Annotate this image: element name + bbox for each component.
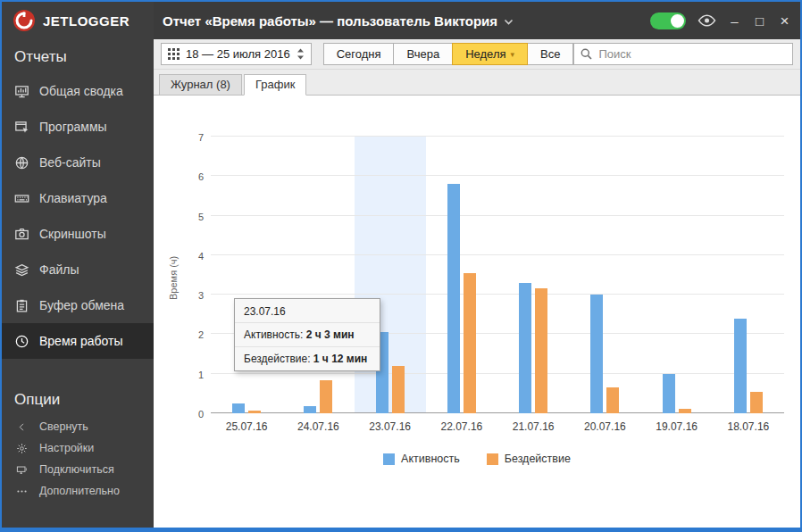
websites-icon <box>14 155 30 170</box>
bar-Бездействие-24.07.16[interactable] <box>320 380 332 413</box>
legend-label: Бездействие <box>505 453 571 465</box>
sidebar-item-files[interactable]: Файлы <box>2 252 154 287</box>
sidebar: JETLOGGER ОтчетыОбщая сводкаПрограммыВеб… <box>2 2 154 528</box>
bar-Активность-24.07.16[interactable] <box>304 406 316 413</box>
bar-Активность-21.07.16[interactable] <box>519 283 531 413</box>
chart-legend: АктивностьБездействие <box>154 453 800 465</box>
y-tick-label: 5 <box>180 212 204 222</box>
sidebar-item-screenshots[interactable]: Скриншоты <box>2 216 154 252</box>
filter-button-label: Сегодня <box>337 47 381 61</box>
y-tick-label: 3 <box>180 290 204 301</box>
sidebar-item-label: Скриншоты <box>39 227 106 241</box>
bar-Бездействие-20.07.16[interactable] <box>606 387 619 413</box>
legend-swatch <box>383 453 395 465</box>
updown-arrows-icon <box>297 48 305 60</box>
legend-item: Активность <box>383 453 460 465</box>
sidebar-item-label: Веб-сайты <box>39 155 101 170</box>
filter-button-label: Вчера <box>406 47 439 61</box>
sidebar-item-connect[interactable]: Подключиться <box>2 459 154 480</box>
y-tick-label: 4 <box>180 251 204 262</box>
main-area: Отчет «Время работы» — пользователь Викт… <box>154 2 800 528</box>
filter-button-all[interactable]: Все <box>527 43 573 65</box>
bar-group-20.07.16 <box>569 137 640 413</box>
filter-button-label: Неделя <box>465 47 505 61</box>
bar-Активность-19.07.16[interactable] <box>663 374 675 413</box>
bar-Бездействие-22.07.16[interactable] <box>464 273 476 413</box>
bar-Бездействие-23.07.16[interactable] <box>392 366 405 413</box>
sidebar-item-label: Буфер обмена <box>39 298 124 312</box>
sidebar-item-keyboard[interactable]: Клавиатура <box>2 180 154 216</box>
sidebar-nav: ОтчетыОбщая сводкаПрограммыВеб-сайтыКлав… <box>2 39 154 502</box>
search-icon <box>581 48 592 60</box>
sidebar-item-label: Программы <box>39 120 107 134</box>
bar-Активность-18.07.16[interactable] <box>734 319 747 413</box>
y-tick-label: 2 <box>180 329 204 340</box>
settings-icon <box>16 443 32 454</box>
x-axis-label: 19.07.16 <box>641 420 713 433</box>
date-range-picker[interactable]: 18 — 25 июля 2016 <box>161 43 312 65</box>
tabs: Журнал (8)График <box>154 70 800 95</box>
connect-icon <box>16 464 32 476</box>
sidebar-item-settings[interactable]: Настройки <box>2 437 154 459</box>
tooltip-date: 23.07.16 <box>235 299 380 323</box>
sidebar-section-label: Отчеты <box>2 39 154 73</box>
bar-Бездействие-21.07.16[interactable] <box>535 288 547 413</box>
bar-group-22.07.16 <box>426 137 497 413</box>
sidebar-item-more[interactable]: Дополнительно <box>2 480 154 502</box>
close-button[interactable]: × <box>778 13 791 29</box>
filter-button-today[interactable]: Сегодня <box>323 43 395 65</box>
screenshots-icon <box>14 227 30 242</box>
maximize-button[interactable]: □ <box>753 14 766 28</box>
tab-chart[interactable]: График <box>244 74 306 96</box>
tooltip-activity-row: Активность: 2 ч 3 мин <box>235 323 380 346</box>
collapse-icon <box>16 421 32 433</box>
sidebar-item-label: Общая сводка <box>39 84 123 98</box>
page-title: Отчет «Время работы» — пользователь Викт… <box>163 13 497 29</box>
toolbar: 18 — 25 июля 2016 СегодняВчераНеделя▾Все <box>154 39 800 70</box>
bar-Бездействие-25.07.16[interactable] <box>248 411 261 413</box>
filter-button-yesterday[interactable]: Вчера <box>393 43 453 65</box>
legend-label: Активность <box>401 453 460 465</box>
sidebar-item-clipboard[interactable]: Буфер обмена <box>2 287 154 323</box>
x-axis-label: 22.07.16 <box>426 420 497 433</box>
tooltip-idle-label: Бездействие: <box>244 353 310 365</box>
files-icon <box>14 262 30 278</box>
eye-icon[interactable] <box>698 14 716 27</box>
chart-panel: Время (ч) 01234567 25.07.1624.07.1623.07… <box>154 95 800 528</box>
tracking-toggle[interactable] <box>650 12 686 29</box>
sidebar-item-summary[interactable]: Общая сводка <box>2 73 154 109</box>
filter-buttons: СегодняВчераНеделя▾Все <box>324 43 574 65</box>
tooltip-idle-row: Бездействие: 1 ч 12 мин <box>235 346 380 370</box>
programs-icon <box>14 120 30 135</box>
y-axis-title: Время (ч) <box>168 256 179 300</box>
sidebar-item-collapse[interactable]: Свернуть <box>2 416 154 437</box>
logo: JETLOGGER <box>2 2 154 39</box>
sidebar-item-programs[interactable]: Программы <box>2 109 154 145</box>
sidebar-item-websites[interactable]: Веб-сайты <box>2 145 154 180</box>
x-axis-labels: 25.07.1624.07.1623.07.1622.07.1621.07.16… <box>211 420 784 433</box>
sidebar-item-label: Настройки <box>39 442 94 454</box>
tooltip-idle-value: 1 ч 12 мин <box>313 353 368 365</box>
search-input[interactable] <box>598 47 786 61</box>
bar-Активность-25.07.16[interactable] <box>232 403 245 413</box>
bar-group-18.07.16 <box>713 137 784 413</box>
chevron-down-icon: ▾ <box>511 50 515 59</box>
bar-Бездействие-18.07.16[interactable] <box>750 392 763 413</box>
sidebar-section-label: Опции <box>2 382 154 416</box>
keyboard-icon <box>14 191 30 206</box>
bar-Бездействие-19.07.16[interactable] <box>679 409 691 413</box>
chevron-down-icon[interactable] <box>504 19 514 26</box>
tooltip-activity-value: 2 ч 3 мин <box>306 328 355 341</box>
plot-area: 01234567 <box>211 137 784 413</box>
y-tick-label: 1 <box>180 370 204 380</box>
bar-Активность-22.07.16[interactable] <box>447 184 460 413</box>
filter-button-week[interactable]: Неделя▾ <box>452 43 528 65</box>
sidebar-item-worktime[interactable]: Время работы <box>2 323 154 359</box>
filter-button-label: Все <box>540 47 560 61</box>
tab-journal[interactable]: Журнал (8) <box>159 74 242 96</box>
logo-text: JETLOGGER <box>43 13 129 29</box>
bar-Активность-20.07.16[interactable] <box>590 295 603 413</box>
minimize-button[interactable]: – <box>728 14 741 28</box>
x-axis-label: 21.07.16 <box>497 420 569 433</box>
bar-group-19.07.16 <box>641 137 713 413</box>
